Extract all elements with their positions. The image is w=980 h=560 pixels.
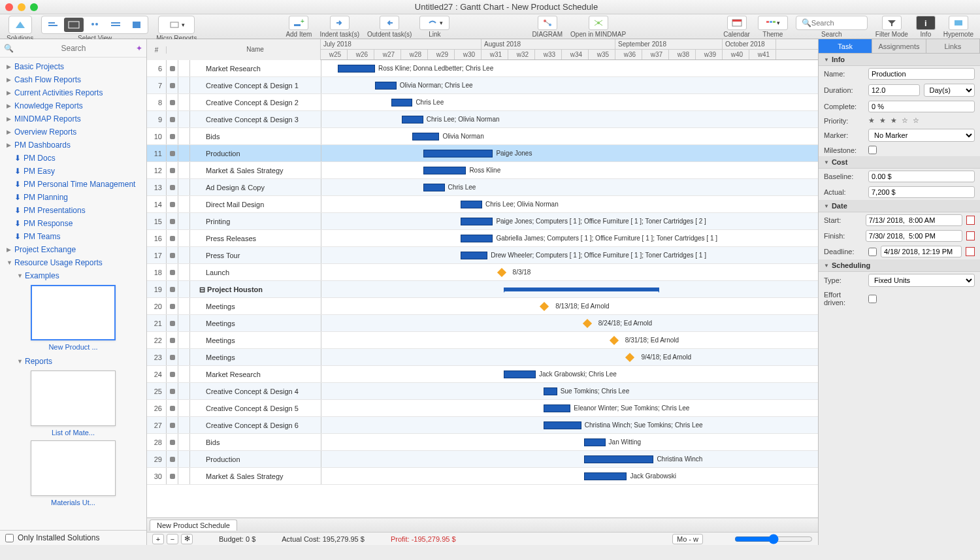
task-row[interactable]: 16Press ReleasesGabriella James; Compute… (147, 230, 818, 247)
gantt-bar[interactable]: Chris Lee (423, 184, 445, 191)
milestone-marker[interactable] (497, 268, 506, 277)
task-row[interactable]: 29ProductionChristina Winch (147, 451, 818, 468)
sidebar-item[interactable]: ▶Project Exchange (0, 243, 146, 256)
task-row[interactable]: 30Market & Sales StrategyJack Grabowski (147, 468, 818, 485)
view-table[interactable] (106, 18, 125, 32)
gantt-bar[interactable]: Eleanor Winter; Sue Tomkins; Chris Lee (544, 404, 570, 412)
task-name[interactable]: ⊟ Project Houston (190, 281, 321, 297)
sidebar-item[interactable]: ⬇ PM Easy (0, 165, 146, 178)
only-installed-checkbox[interactable] (5, 534, 14, 542)
task-name[interactable]: Creative Concept & Design 2 (190, 94, 321, 110)
task-row[interactable]: 13Ad Design & CopyChris Lee (147, 179, 818, 196)
field-marker[interactable]: No Marker (868, 129, 975, 142)
solutions-button[interactable] (10, 18, 30, 32)
zoom-slider[interactable] (734, 534, 813, 544)
task-name[interactable]: Creative Concept & Design 1 (190, 77, 321, 93)
gantt-bar[interactable]: Chris Lee; Olivia Norman (461, 201, 482, 208)
puzzle-icon[interactable]: ✦ (136, 44, 142, 53)
filter-button[interactable] (882, 16, 902, 30)
task-row[interactable]: 18Launch8/3/18 (147, 264, 818, 281)
task-row[interactable]: 17Press TourDrew Wheeler; Computers [ 1 … (147, 247, 818, 264)
task-row[interactable]: 26Creative Concept & Design 5Eleanor Win… (147, 400, 818, 417)
sheet-tab[interactable]: New Product Schedule (150, 519, 237, 531)
task-name[interactable]: Direct Mail Design (190, 196, 321, 212)
task-name[interactable]: Creative Concept & Design 6 (190, 417, 321, 433)
diagram-button[interactable] (538, 16, 557, 30)
task-row[interactable]: 22Meetings8/31/18; Ed Arnold (147, 332, 818, 349)
zoom-window[interactable] (30, 3, 38, 11)
tab-task[interactable]: Task (819, 39, 872, 53)
task-row[interactable]: 8Creative Concept & Design 2Chris Lee (147, 94, 818, 111)
gantt-bar[interactable]: Paige Jones; Computers [ 1 ]; Office Fur… (461, 218, 493, 225)
tab-assignments[interactable]: Assignments (872, 39, 926, 53)
link-button[interactable]: ▾ (419, 16, 449, 30)
milestone-marker[interactable] (610, 336, 619, 345)
sidebar-item[interactable]: ▶MINDMAP Reports (0, 112, 146, 125)
view-resources[interactable] (64, 18, 84, 32)
add-item-button[interactable]: + (289, 16, 308, 30)
sidebar-item[interactable]: ▶Knowledge Reports (0, 99, 146, 112)
sidebar-item[interactable]: ▶PM Dashboards (0, 139, 146, 152)
field-milestone[interactable] (868, 146, 877, 154)
col-number[interactable]: # (147, 46, 167, 54)
task-name[interactable]: Meetings (190, 298, 321, 314)
task-name[interactable]: Creative Concept & Design 4 (190, 383, 321, 399)
settings-button[interactable]: ✻ (181, 534, 193, 544)
field-finish[interactable] (866, 230, 962, 242)
gantt-bar[interactable]: Paige Jones (423, 150, 493, 157)
sidebar-item[interactable]: ⬇ PM Teams (0, 230, 146, 243)
task-row[interactable]: 21Meetings8/24/18; Ed Arnold (147, 315, 818, 332)
mindmap-button[interactable] (589, 16, 608, 30)
task-row[interactable]: 6Market ResearchRoss Kline; Donna Ledbet… (147, 60, 818, 77)
task-name[interactable]: Launch (190, 264, 321, 280)
add-row-button[interactable]: + (152, 534, 164, 544)
task-row[interactable]: 12Market & Sales StrategyRoss Kline (147, 162, 818, 179)
gantt-bar[interactable]: Drew Wheeler; Computers [ 1 ]; Office Fu… (461, 252, 487, 259)
gantt-bar[interactable]: Ross Kline (423, 167, 466, 174)
sidebar-item[interactable]: ▶Current Activities Reports (0, 86, 146, 99)
task-name[interactable]: Market Research (190, 60, 321, 76)
sidebar-search[interactable] (14, 44, 133, 53)
sidebar-item[interactable]: ⬇ PM Personal Time Management (0, 178, 146, 191)
task-name[interactable]: Bids (190, 434, 321, 450)
indent-button[interactable] (330, 16, 350, 30)
view-people[interactable] (85, 18, 105, 32)
task-row[interactable]: 23Meetings9/4/18; Ed Arnold (147, 349, 818, 366)
toolbar-search[interactable]: 🔍 (796, 16, 868, 30)
task-row[interactable]: 15PrintingPaige Jones; Computers [ 1 ]; … (147, 213, 818, 230)
view-report[interactable] (127, 18, 146, 32)
field-duration[interactable] (868, 84, 920, 96)
task-name[interactable]: Creative Concept & Design 5 (190, 400, 321, 416)
task-row[interactable]: 27Creative Concept & Design 6Christina W… (147, 417, 818, 434)
sidebar-item[interactable]: ⬇ PM Planning (0, 191, 146, 204)
minimize-window[interactable] (18, 3, 25, 11)
field-duration-unit[interactable]: Day(s) (924, 84, 975, 97)
task-name[interactable]: Meetings (190, 349, 321, 365)
sidebar-reports[interactable]: ▼Reports (0, 355, 146, 368)
task-row[interactable]: 28BidsJan Witting (147, 434, 818, 451)
task-name[interactable]: Production (190, 451, 321, 467)
thumb-new-product[interactable] (31, 285, 116, 340)
gantt-bar[interactable]: Ross Kline; Donna Ledbetter; Chris Lee (338, 65, 375, 73)
task-row[interactable]: 24Market ResearchJack Grabowski; Chris L… (147, 366, 818, 383)
task-name[interactable]: Production (190, 145, 321, 161)
sidebar-item[interactable]: ⬇ PM Response (0, 217, 146, 230)
task-row[interactable]: 25Creative Concept & Design 4Sue Tomkins… (147, 383, 818, 400)
sidebar-item[interactable]: ▶Overview Reports (0, 125, 146, 139)
field-name[interactable] (868, 68, 975, 80)
task-name[interactable]: Market Research (190, 366, 321, 382)
calendar-button[interactable] (727, 16, 747, 30)
gantt-bar[interactable]: Olivia Norman; Chris Lee (375, 82, 397, 90)
outdent-button[interactable] (380, 16, 399, 30)
field-start[interactable] (866, 214, 962, 226)
gantt-bar[interactable]: Olivia Norman (412, 133, 439, 140)
task-name[interactable]: Market & Sales Strategy (190, 468, 321, 484)
gantt-bar[interactable]: Jan Witting (584, 438, 606, 446)
task-name[interactable]: Press Releases (190, 230, 321, 246)
sidebar-item[interactable]: ▶Cash Flow Reports (0, 73, 146, 86)
thumb-materials[interactable] (31, 440, 116, 496)
task-name[interactable]: Creative Concept & Design 3 (190, 111, 321, 127)
task-row[interactable]: 11ProductionPaige Jones (147, 145, 818, 162)
calendar-icon[interactable] (966, 216, 975, 225)
close-window[interactable] (5, 3, 13, 11)
